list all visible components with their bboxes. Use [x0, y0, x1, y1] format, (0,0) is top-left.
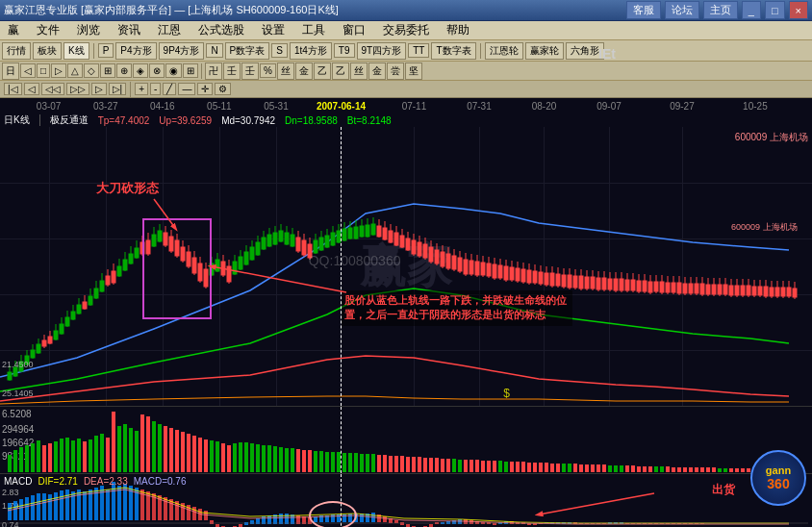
tb-quote[interactable]: 行情	[2, 42, 31, 60]
tb2-draw8[interactable]: ⊞	[183, 63, 198, 78]
date-nav-last[interactable]: ▷|	[109, 83, 127, 95]
tb2-gann2[interactable]: 壬	[223, 63, 241, 80]
tb-tt[interactable]: TT	[408, 43, 429, 58]
date-nav-first[interactable]: |◁	[4, 83, 22, 95]
svg-rect-326	[267, 445, 271, 472]
titlebar-buttons[interactable]: 客服 论坛 主页 _ □ ×	[626, 1, 808, 19]
tb2-draw1[interactable]: △	[67, 63, 83, 78]
tb-9t[interactable]: 9T四方形	[357, 42, 407, 60]
svg-rect-92	[273, 233, 277, 244]
zoom-out[interactable]: -	[150, 83, 161, 95]
svg-rect-50	[152, 235, 156, 246]
svg-rect-462	[250, 520, 254, 524]
svg-rect-341	[354, 453, 358, 472]
tb2-nav1[interactable]: ◁	[20, 63, 36, 78]
customer-service-btn[interactable]: 客服	[626, 1, 661, 19]
tb2-gatn11[interactable]: 坚	[405, 63, 422, 80]
tb-s[interactable]: S	[271, 43, 288, 58]
tb2-day[interactable]: 日	[2, 63, 19, 80]
svg-rect-383	[596, 464, 600, 472]
tb2-nav2[interactable]: □	[37, 63, 50, 78]
home-btn[interactable]: 主页	[703, 1, 738, 19]
tb2-percent[interactable]: %	[260, 63, 276, 78]
zoom-in[interactable]: +	[135, 83, 148, 95]
maximize-btn[interactable]: □	[765, 1, 785, 19]
menu-help[interactable]: 帮助	[443, 22, 473, 38]
svg-rect-436	[100, 486, 104, 520]
svg-rect-84	[250, 247, 254, 260]
tb-gannwheel[interactable]: 江恩轮	[485, 42, 523, 60]
svg-rect-426	[42, 493, 46, 520]
tb-kline[interactable]: K线	[63, 42, 89, 60]
menu-settings[interactable]: 设置	[258, 22, 289, 38]
date-nav-back[interactable]: ◁◁	[41, 83, 64, 95]
close-btn[interactable]: ×	[789, 1, 808, 19]
tb-p4[interactable]: P4方形	[115, 42, 156, 60]
svg-rect-534	[666, 523, 670, 524]
svg-rect-506	[504, 521, 508, 524]
draw-cross[interactable]: ✛	[197, 83, 213, 95]
svg-rect-424	[31, 495, 35, 520]
tb-1t4[interactable]: 1t4方形	[290, 42, 332, 60]
draw-hline[interactable]: —	[178, 83, 195, 95]
settings-btn[interactable]: ⚙	[215, 83, 231, 95]
svg-rect-130	[383, 228, 387, 239]
tb-hex[interactable]: 六角形	[566, 42, 604, 60]
tb-sector[interactable]: 板块	[33, 42, 62, 60]
tb-t9[interactable]: T9	[334, 43, 355, 58]
tb2-draw6[interactable]: ⊗	[149, 63, 165, 78]
tb2-gann5[interactable]: 金	[295, 63, 313, 80]
svg-rect-178	[521, 269, 525, 282]
menu-gann[interactable]: 江恩	[154, 22, 185, 38]
svg-rect-524	[608, 522, 612, 524]
tb-n[interactable]: N	[206, 43, 222, 58]
minimize-btn[interactable]: _	[742, 1, 761, 19]
tb-winwheel[interactable]: 赢家轮	[525, 42, 564, 60]
svg-rect-324	[256, 444, 260, 472]
svg-rect-116	[343, 229, 346, 240]
dashed-vol-line	[341, 407, 342, 473]
tb-p[interactable]: P	[98, 43, 114, 58]
tb2-draw5[interactable]: ◈	[133, 63, 148, 78]
svg-rect-270	[787, 288, 791, 296]
tb2-nav3[interactable]: ▷	[51, 63, 66, 78]
svg-rect-448	[169, 499, 173, 520]
tb2-draw4[interactable]: ⊕	[116, 63, 132, 78]
tb2-draw3[interactable]: ⊞	[100, 63, 115, 78]
svg-rect-362	[475, 460, 479, 472]
menu-tools[interactable]: 工具	[298, 22, 329, 38]
menu-browse[interactable]: 浏览	[73, 22, 104, 38]
tb2-gann6[interactable]: 乙	[314, 63, 331, 80]
tb2-gann8[interactable]: 丝	[350, 63, 368, 80]
menu-file[interactable]: 文件	[33, 22, 63, 38]
macd-074: 0.74	[2, 520, 19, 527]
tb2-gatten[interactable]: 尝	[387, 63, 404, 80]
draw-line[interactable]: ╱	[163, 83, 176, 95]
date-nav-fwd[interactable]: ▷▷	[66, 83, 89, 95]
date-nav-prev[interactable]: ◁	[24, 83, 39, 95]
tb-9p4[interactable]: 9P4方形	[159, 42, 205, 60]
forum-btn[interactable]: 论坛	[665, 1, 699, 19]
tb-pnum[interactable]: P数字表	[225, 42, 270, 60]
date-nav-next[interactable]: ▷	[91, 83, 107, 95]
tb2-gann7[interactable]: 乙	[332, 63, 349, 80]
menu-win[interactable]: 赢	[4, 22, 23, 38]
svg-rect-405	[723, 468, 727, 472]
tb-tnum[interactable]: T数字表	[431, 42, 475, 60]
tb2-draw7[interactable]: ◉	[165, 63, 182, 78]
menu-window[interactable]: 窗口	[339, 22, 369, 38]
tb2-gann1[interactable]: 卍	[205, 63, 222, 80]
main-chart[interactable]: 赢家	[0, 127, 812, 406]
svg-rect-102	[302, 240, 306, 255]
menu-trade[interactable]: 交易委托	[379, 22, 433, 38]
tb2-gann4[interactable]: 丝	[277, 63, 294, 80]
svg-rect-309	[169, 428, 173, 472]
tb2-gann9[interactable]: 金	[368, 63, 386, 80]
menu-formula[interactable]: 公式选股	[194, 22, 248, 38]
tb2-draw2[interactable]: ◇	[84, 63, 99, 78]
svg-rect-14	[48, 337, 52, 343]
menu-info[interactable]: 资讯	[114, 22, 144, 38]
tb2-gann3[interactable]: 壬	[241, 63, 259, 80]
toolbar2: 日 ◁ □ ▷ △ ◇ ⊞ ⊕ ◈ ⊗ ◉ ⊞ 卍 壬 壬 % 丝 金 乙 乙 …	[0, 62, 812, 81]
svg-rect-377	[562, 464, 566, 472]
